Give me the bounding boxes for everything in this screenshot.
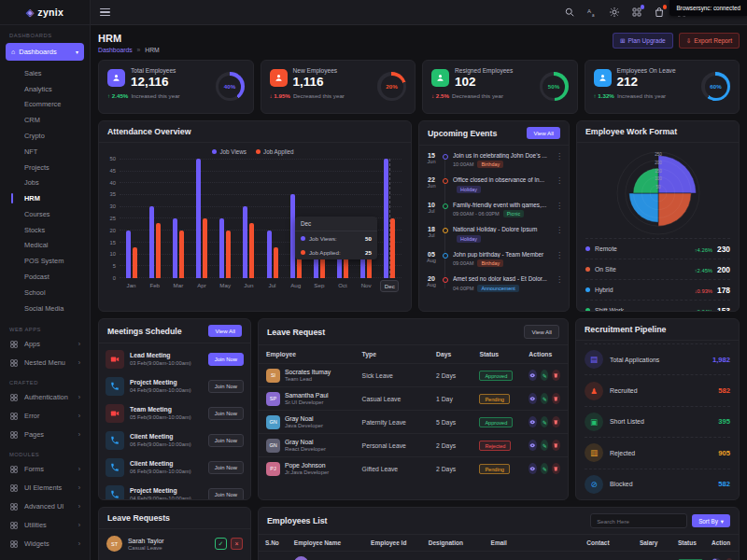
legend-dot (585, 287, 590, 292)
sidebar-group-item[interactable]: Pages › (0, 426, 90, 444)
event-item[interactable]: 22 Jun Office closed in observance of In… (425, 173, 563, 198)
sidebar-group-item[interactable]: Error › (0, 407, 90, 426)
sidebar-sub-item[interactable]: Stocks (0, 222, 90, 238)
sidebar-sub-item[interactable]: Social Media (0, 301, 90, 316)
sidebar-group-item[interactable]: Authentication › (0, 388, 90, 407)
view-all-button[interactable]: View All (527, 127, 560, 139)
kebab-menu-icon[interactable]: ⋮ (556, 275, 563, 292)
kebab-menu-icon[interactable]: ⋮ (556, 176, 563, 193)
join-now-button[interactable]: Join Now (208, 488, 244, 501)
sidebar-sub-item[interactable]: CRM (0, 112, 90, 128)
sidebar-sub-item[interactable]: NFT (0, 144, 90, 160)
sidebar-item-dashboards[interactable]: ⌂ Dashboards ▾ (6, 43, 84, 61)
employee-name: Gray Noal (285, 439, 326, 445)
reject-button[interactable]: × (231, 538, 243, 550)
translate-icon[interactable]: Aa (586, 7, 598, 18)
sidebar-group-item[interactable]: Forms › (0, 460, 90, 479)
chevron-right-icon: › (78, 359, 80, 366)
apps-grid-icon[interactable] (631, 7, 642, 18)
kebab-menu-icon[interactable]: ⋮ (556, 251, 563, 268)
delete-button[interactable] (552, 370, 560, 381)
view-button[interactable] (529, 393, 537, 404)
plan-icon: ⊞ (620, 37, 626, 45)
meeting-time: 04 Feb(9:00am-10:00am) (130, 387, 203, 393)
event-item[interactable]: 20 Aug Amet sed no dolor kasd - Et Dolor… (425, 272, 563, 297)
sidebar-sub-item[interactable]: Podcast (0, 269, 90, 285)
employee-icon (594, 69, 612, 87)
search-icon[interactable] (564, 7, 575, 18)
delete-button[interactable] (552, 463, 560, 474)
sidebar-group-item[interactable]: Nested Menu › (0, 354, 90, 372)
legend-label: Hybrid (595, 287, 613, 293)
event-item[interactable]: 10 Jul Family-friendly event with games,… (425, 197, 563, 222)
view-button[interactable] (529, 416, 537, 427)
edit-button[interactable]: ✎ (541, 393, 549, 404)
stat-note: Increased this year (617, 92, 666, 99)
hamburger-menu-icon[interactable] (100, 7, 110, 19)
sidebar-sub-item[interactable]: Sales (0, 65, 90, 81)
approve-button[interactable]: ✓ (215, 538, 227, 550)
pipeline-label: Total Applications (610, 357, 659, 363)
meeting-title: Project Meeting (130, 379, 203, 385)
event-dot (443, 203, 448, 209)
sidebar-sub-item[interactable]: Analytics (0, 81, 90, 97)
sidebar-sub-item[interactable]: HRM (0, 190, 90, 206)
join-now-button[interactable]: Join Now (208, 461, 244, 474)
view-all-button[interactable]: View All (208, 325, 242, 337)
sidebar-sub-item[interactable]: Jobs (0, 175, 90, 190)
sidebar-group-item[interactable]: Apps › (0, 335, 90, 354)
sidebar-sub-item[interactable]: Ecommerce (0, 97, 90, 113)
sidebar-sub-item[interactable]: Crypto (0, 128, 90, 144)
join-now-button[interactable]: Join Now (208, 353, 244, 366)
edit-button[interactable]: ✎ (541, 440, 549, 451)
kebab-menu-icon[interactable]: ⋮ (556, 202, 563, 218)
event-item[interactable]: 18 Jul National Holiday - Dolore Ipsum (425, 222, 563, 247)
stat-note: Decreased this year (452, 92, 503, 99)
sidebar-group-item[interactable]: Advanced UI › (0, 497, 90, 516)
svg-text:100: 100 (655, 176, 662, 181)
view-all-button[interactable]: View All (524, 325, 559, 339)
edit-button[interactable]: ✎ (541, 463, 549, 474)
sidebar-sub-item[interactable]: Medical (0, 238, 90, 254)
kebab-menu-icon[interactable]: ⋮ (556, 226, 563, 243)
join-now-button[interactable]: Join Now (208, 407, 244, 420)
legend-value: 230 (717, 245, 730, 254)
sidebar-sub-item[interactable]: School (0, 285, 90, 301)
view-button[interactable] (529, 440, 537, 451)
delete-button[interactable] (552, 440, 560, 451)
join-now-button[interactable]: Join Now (208, 380, 244, 393)
brand-logo[interactable]: ◈ zynix (0, 0, 90, 25)
meeting-time: 06 Feb(9:00am-10:00am) (130, 441, 203, 447)
sidebar-section-label: WEB APPS (0, 319, 90, 335)
delete-button[interactable] (552, 393, 560, 404)
event-day: 10 (425, 202, 438, 208)
join-now-button[interactable]: Join Now (208, 434, 244, 447)
delete-button[interactable] (552, 416, 560, 427)
meeting-time: 04 Feb(9:00am-10:00am) (130, 496, 203, 500)
edit-button[interactable]: ✎ (541, 416, 549, 427)
breadcrumb-parent[interactable]: Dashboards (98, 47, 133, 53)
designation: Team Leader (422, 552, 485, 560)
edit-button[interactable]: ✎ (541, 370, 549, 381)
kebab-menu-icon[interactable]: ⋮ (556, 152, 563, 169)
event-item[interactable]: 15 Jun Join us in celebrating John Doe's… (425, 147, 563, 173)
sidebar-group-item[interactable]: Widgets › (0, 535, 90, 553)
chevron-right-icon: › (78, 394, 80, 400)
event-item[interactable]: 05 Aug John pup birthday - Team Member 0… (425, 246, 563, 272)
sidebar-sub-item[interactable]: POS System (0, 253, 90, 269)
sort-by-button[interactable]: Sort By▾ (692, 514, 730, 527)
sidebar-sub-item[interactable]: Courses (0, 206, 90, 222)
attendance-overview-card: Attendance Overview Job ViewsJob Applied… (98, 120, 412, 312)
sidebar-group-item[interactable]: Utilities › (0, 516, 90, 535)
view-button[interactable] (529, 370, 537, 381)
theme-sun-icon[interactable] (609, 7, 620, 18)
export-report-button[interactable]: ⇩Export Report (679, 33, 740, 49)
search-input[interactable] (590, 513, 687, 528)
event-day: 15 (425, 152, 438, 159)
plan-upgrade-button[interactable]: ⊞Plan Upgrade (613, 33, 673, 49)
event-month: Aug (425, 258, 438, 263)
sidebar-sub-item[interactable]: Projects (0, 160, 90, 175)
sidebar-group-item[interactable]: UI Elements › (0, 479, 90, 497)
view-button[interactable] (529, 463, 537, 474)
shopping-bag-icon[interactable] (654, 7, 665, 18)
